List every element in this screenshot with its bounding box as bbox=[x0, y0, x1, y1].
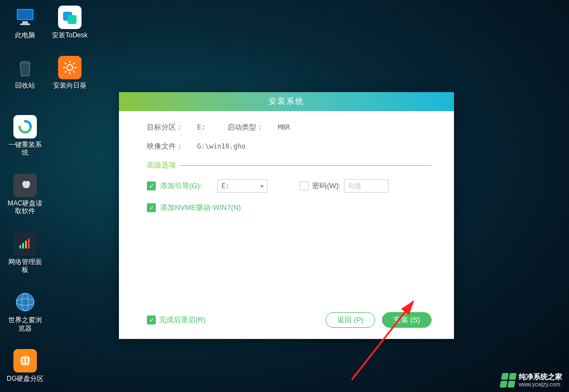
back-button-label: 返回 (P) bbox=[337, 315, 364, 325]
back-button[interactable]: 返回 (P) bbox=[326, 312, 375, 328]
svg-point-6 bbox=[20, 61, 30, 64]
svg-rect-1 bbox=[18, 10, 32, 19]
desktop-icon-column-left: 一键重装系统 MAC硬盘读取软件 网络管理面板 世界之窗浏览器 DG硬盘分区 bbox=[6, 115, 45, 392]
globe-icon bbox=[13, 290, 37, 314]
svg-rect-17 bbox=[22, 243, 24, 248]
svg-rect-2 bbox=[22, 21, 28, 23]
desktop-icon-mac-disk[interactable]: MAC硬盘读取软件 bbox=[6, 174, 45, 216]
svg-line-13 bbox=[73, 71, 75, 73]
select-value: E: bbox=[221, 182, 229, 190]
dialog-footer: ✓ 完成后重启(R) 返回 (P) 安装 (S) bbox=[119, 307, 454, 339]
spacer bbox=[147, 228, 432, 295]
desktop-icon-this-pc[interactable]: 此电脑 bbox=[6, 6, 45, 39]
password-label: 密码(W): bbox=[312, 181, 341, 191]
todesk-icon bbox=[58, 6, 82, 29]
icon-label: 网络管理面板 bbox=[6, 258, 45, 274]
svg-line-12 bbox=[65, 63, 66, 64]
install-button[interactable]: 安装 (S) bbox=[382, 312, 432, 328]
password-input[interactable]: 勾选 bbox=[344, 179, 389, 193]
install-button-label: 安装 (S) bbox=[394, 315, 420, 325]
sunflower-icon bbox=[58, 56, 82, 79]
restart-after-label: 完成后重启(R) bbox=[159, 315, 205, 325]
install-system-dialog: 安装系统 目标分区： E: 启动类型： MBR 映像文件： G:\win10.g… bbox=[119, 92, 454, 339]
add-boot-row: ✓ 添加引导(G): E: ▼ 密码(W): 勾选 bbox=[147, 179, 432, 193]
boot-type-value: MBR bbox=[278, 123, 290, 131]
icon-label: MAC硬盘读取软件 bbox=[6, 199, 45, 216]
desktop-icon-recycle-bin[interactable]: 回收站 bbox=[6, 56, 45, 89]
add-boot-label: 添加引导(G): bbox=[160, 181, 202, 191]
add-nvme-row: ✓ 添加NVME驱动-WIN7(N) bbox=[147, 203, 432, 213]
advanced-options-fieldset: 高级选项 ✓ 添加引导(G): E: ▼ 密码(W): 勾选 ✓ 添 bbox=[147, 160, 432, 228]
svg-line-14 bbox=[65, 71, 66, 73]
restart-after-checkbox[interactable]: ✓ bbox=[147, 315, 156, 324]
icon-label: 回收站 bbox=[15, 82, 35, 89]
advanced-legend: 高级选项 bbox=[147, 160, 179, 170]
desktop-icon-diskgenius[interactable]: DG硬盘分区 bbox=[6, 349, 45, 383]
desktop-icon-todesk[interactable]: 安装ToDesk bbox=[50, 6, 89, 39]
watermark-logo-icon bbox=[500, 373, 517, 388]
recycle-bin-icon bbox=[13, 56, 37, 79]
watermark: 纯净系统之家 www.ycwjzy.com bbox=[501, 373, 562, 388]
add-nvme-label: 添加NVME驱动-WIN7(N) bbox=[160, 203, 241, 213]
desktop-icon-reinstall[interactable]: 一键重装系统 bbox=[6, 115, 45, 157]
svg-point-7 bbox=[67, 65, 73, 70]
password-group: 密码(W): 勾选 bbox=[300, 179, 389, 193]
svg-rect-18 bbox=[25, 241, 27, 248]
watermark-text: 纯净系统之家 www.ycwjzy.com bbox=[519, 373, 562, 387]
icon-label: 安装ToDesk bbox=[52, 31, 88, 39]
reinstall-icon bbox=[13, 115, 37, 138]
icon-label: 此电脑 bbox=[15, 31, 35, 39]
image-file-row: 映像文件： G:\win10.gho bbox=[147, 141, 432, 151]
svg-line-15 bbox=[73, 63, 75, 64]
computer-icon bbox=[13, 6, 37, 29]
watermark-url: www.ycwjzy.com bbox=[519, 381, 562, 388]
target-partition-row: 目标分区： E: 启动类型： MBR bbox=[147, 122, 432, 132]
image-file-label: 映像文件： bbox=[147, 141, 197, 151]
add-nvme-checkbox[interactable]: ✓ bbox=[147, 203, 156, 212]
icon-label: 安装向日葵 bbox=[53, 82, 87, 89]
password-placeholder: 勾选 bbox=[348, 181, 361, 191]
target-partition-value: E: bbox=[197, 123, 205, 131]
add-boot-drive-select[interactable]: E: ▼ bbox=[217, 179, 267, 193]
watermark-title: 纯净系统之家 bbox=[519, 373, 562, 381]
dialog-title-bar[interactable]: 安装系统 bbox=[119, 92, 454, 111]
target-partition-label: 目标分区： bbox=[147, 122, 197, 132]
svg-rect-19 bbox=[28, 238, 30, 248]
dialog-body: 目标分区： E: 启动类型： MBR 映像文件： G:\win10.gho 高级… bbox=[119, 111, 454, 307]
network-panel-icon bbox=[13, 232, 37, 256]
password-checkbox[interactable] bbox=[300, 181, 309, 190]
icon-label: 世界之窗浏览器 bbox=[6, 316, 45, 332]
diskgenius-icon bbox=[13, 349, 37, 372]
icon-label: 一键重装系统 bbox=[6, 141, 45, 157]
image-file-value: G:\win10.gho bbox=[197, 142, 246, 150]
svg-rect-16 bbox=[20, 245, 21, 248]
dialog-title-text: 安装系统 bbox=[269, 97, 304, 107]
restart-after-group: ✓ 完成后重启(R) bbox=[147, 315, 205, 325]
icon-label: DG硬盘分区 bbox=[7, 375, 44, 383]
svg-rect-3 bbox=[20, 23, 30, 25]
svg-rect-5 bbox=[68, 15, 76, 24]
desktop-icon-grid: 此电脑 安装ToDesk 回收站 安装向日葵 bbox=[6, 6, 89, 90]
boot-type-label: 启动类型： bbox=[227, 122, 278, 132]
mac-disk-icon bbox=[13, 174, 37, 197]
chevron-down-icon: ▼ bbox=[260, 183, 264, 189]
desktop-icon-sunflower[interactable]: 安装向日葵 bbox=[50, 56, 89, 89]
add-boot-checkbox[interactable]: ✓ bbox=[147, 181, 156, 190]
desktop-icon-world-browser[interactable]: 世界之窗浏览器 bbox=[6, 290, 45, 332]
desktop-icon-network-panel[interactable]: 网络管理面板 bbox=[6, 232, 45, 274]
